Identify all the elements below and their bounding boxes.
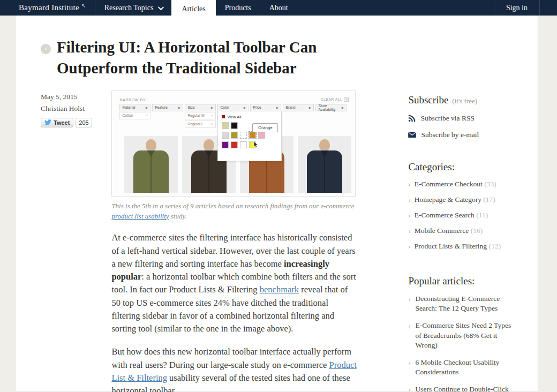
nav-research-topics-label: Research Topics <box>104 4 154 12</box>
nav-research-topics[interactable]: Research Topics <box>95 0 172 16</box>
chevron-down-icon <box>158 4 164 10</box>
caption-link[interactable]: product list usability <box>111 212 169 220</box>
figure-product-photo <box>298 136 351 193</box>
chevron-right-icon: ▶ <box>178 105 181 109</box>
figure-color-tooltip: Orange <box>252 123 278 132</box>
popular-article-link[interactable]: ›6 Mobile Checkout Usability Considerati… <box>408 358 518 378</box>
nav-products-label: Products <box>225 4 251 12</box>
category-link[interactable]: ›E-Commerce Checkout (33) <box>408 180 538 189</box>
figure-filter-dropdown: Material▶ <box>119 104 150 111</box>
page-title: Filtering UI: A Horizontal Toolbar Can O… <box>57 37 370 79</box>
figure-applied-filter: Regular L× <box>185 120 216 128</box>
category-count: (33) <box>484 180 496 188</box>
subscribe-rss-link[interactable]: Subscribe via RSS <box>408 114 538 123</box>
figure-applied-filter: Regular M× <box>185 112 216 119</box>
chevron-right-icon: › <box>408 242 410 250</box>
figure-applied-filter: Cotton× <box>119 112 150 119</box>
category-count: (17) <box>483 195 495 203</box>
nav-articles[interactable]: Articles <box>171 0 215 18</box>
chevron-right-icon: › <box>408 385 410 392</box>
nav-about[interactable]: About <box>260 0 297 16</box>
remove-icon: × <box>211 114 213 117</box>
swatch-row <box>222 132 277 139</box>
tweet-count[interactable]: 205 <box>76 118 92 127</box>
tweet-widget: Tweet 205 <box>41 118 111 127</box>
chevron-right-icon: › <box>408 321 410 330</box>
nav-about-label: About <box>269 4 288 12</box>
swatch-icon <box>222 115 225 118</box>
mouse-cursor-icon <box>253 141 259 148</box>
popular-articles-heading: Popular articles: <box>408 275 538 287</box>
paragraph-1: At e-commerce sites the filtering interf… <box>111 231 357 335</box>
article-body: NARROW BY: CLEAR ALL × Material▶ Feature… <box>111 91 357 392</box>
chevron-right-icon: ▶ <box>276 105 279 109</box>
article-author: Christian Holst <box>41 104 111 113</box>
article-figure-image: NARROW BY: CLEAR ALL × Material▶ Feature… <box>111 91 356 197</box>
figure-filter-dropdown: Store Availability▶ <box>315 104 347 111</box>
chevron-right-icon: › <box>408 195 410 203</box>
envelope-icon <box>408 132 416 138</box>
nav-products[interactable]: Products <box>216 0 260 16</box>
popular-articles-list: ›Deconstructing E-Commerce Search: The 1… <box>408 294 538 392</box>
brand-logo[interactable]: Baymard Institute ↖ <box>0 0 95 16</box>
color-swatch <box>222 132 229 139</box>
close-icon: × <box>344 97 349 102</box>
figure-color-dropdown-panel: View All Orange <box>217 111 282 161</box>
nav-articles-label: Articles <box>182 5 205 13</box>
article-date: May 5, 2015 <box>41 93 111 101</box>
color-swatch <box>240 132 247 139</box>
figure-narrow-by-label: NARROW BY: <box>119 98 147 102</box>
categories-list: ›E-Commerce Checkout (33) ›Homepage & Ca… <box>408 180 538 251</box>
chevron-right-icon: ▶ <box>244 105 246 109</box>
twitter-bird-icon <box>44 119 51 125</box>
subscribe-heading: Subscribe (it's free) <box>408 94 538 106</box>
jacket <box>133 150 169 193</box>
benchmark-link[interactable]: benchmark <box>260 284 299 295</box>
swatch-row <box>222 141 277 148</box>
chevron-right-icon: › <box>408 358 410 367</box>
tweet-button[interactable]: Tweet <box>41 118 73 127</box>
category-link[interactable]: ›Mobile Commerce (16) <box>408 227 538 235</box>
top-nav: Baymard Institute ↖ Research Topics Arti… <box>0 0 557 16</box>
category-link[interactable]: ›Homepage & Category (17) <box>408 195 538 204</box>
color-swatch <box>222 122 229 129</box>
figure-filter-dropdown: Feature▶ <box>152 104 183 111</box>
popular-article-link[interactable]: ›Users Continue to Double-Click Online <box>408 385 518 392</box>
sign-in-button[interactable]: Sign in <box>494 0 540 16</box>
color-swatch <box>231 141 238 148</box>
color-swatch <box>258 132 265 139</box>
chevron-right-icon: › <box>408 211 410 219</box>
category-link[interactable]: ›Product Lists & Filtering (12) <box>408 242 538 251</box>
category-count: (12) <box>489 242 501 250</box>
back-button[interactable]: ‹ <box>41 44 51 54</box>
chevron-right-icon: ▶ <box>309 105 312 109</box>
right-sidebar: Subscribe (it's free) Subscribe via RSS … <box>408 91 538 392</box>
figure-filter-dropdown: Brand▶ <box>283 104 314 111</box>
figure-filter-toolbar: Material▶ Feature▶ Size▶ Color▶ <box>119 104 347 111</box>
brand-label: Baymard Institute <box>19 3 79 12</box>
color-swatch <box>231 132 238 139</box>
article-meta: May 5, 2015 Christian Holst Tweet 205 <box>41 91 111 392</box>
figure-clear-all: CLEAR ALL × <box>320 97 349 102</box>
figure-filter-dropdown: Color▶ <box>217 104 249 111</box>
figure-view-all-row: View All <box>222 115 277 119</box>
chevron-right-icon: ▶ <box>146 105 148 109</box>
category-link[interactable]: ›E-Commerce Search (11) <box>408 211 538 220</box>
category-count: (11) <box>476 211 488 219</box>
chevron-right-icon: ▶ <box>342 105 344 109</box>
color-swatch <box>231 122 238 129</box>
figure-caption: This is the 5th in a series of 9 article… <box>111 201 357 222</box>
categories-heading: Categories: <box>408 161 538 173</box>
remove-icon: × <box>146 114 148 117</box>
chevron-right-icon: ▶ <box>211 105 214 109</box>
color-swatch <box>249 132 256 139</box>
figure-filter-dropdown: Price▶ <box>250 104 281 111</box>
chevron-right-icon: › <box>408 294 410 304</box>
title-row: ‹ Filtering UI: A Horizontal Toolbar Can… <box>41 37 538 79</box>
subscribe-email-link[interactable]: Subscribe by e-mail <box>408 131 538 139</box>
popular-article-link[interactable]: ›E-Commerce Sites Need 2 Types of Breadc… <box>408 321 518 351</box>
jacket <box>307 150 342 193</box>
paragraph-2: But how does this new horizontal toolbar… <box>111 345 357 392</box>
popular-article-link[interactable]: ›Deconstructing E-Commerce Search: The 1… <box>408 294 518 314</box>
content-sheet: ‹ Filtering UI: A Horizontal Toolbar Can… <box>15 16 538 392</box>
